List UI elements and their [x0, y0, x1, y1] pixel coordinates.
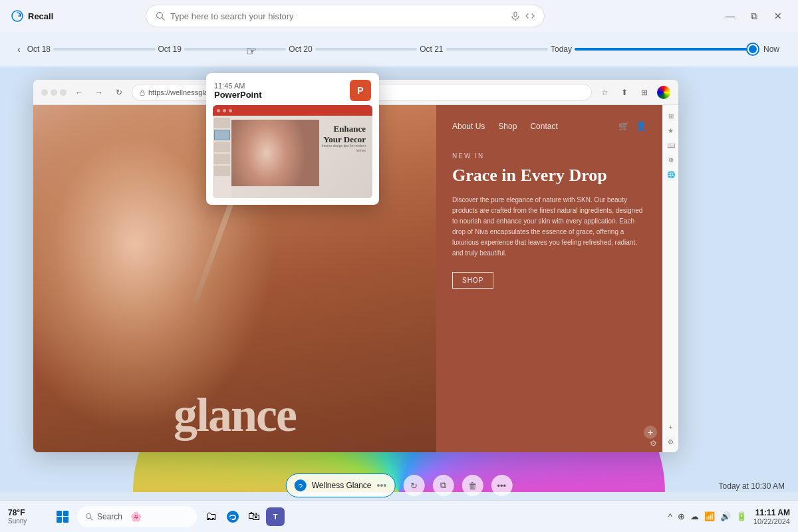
start-button[interactable]: [53, 507, 72, 526]
timeline-back-arrow[interactable]: ‹: [13, 41, 25, 57]
timeline-date-oct19[interactable]: Oct 19: [156, 45, 184, 54]
search-input[interactable]: [170, 11, 505, 21]
active-window-options-btn[interactable]: •••: [377, 480, 387, 491]
ppt-thumb-1: [214, 118, 230, 128]
site-shop-button[interactable]: SHOP: [452, 272, 493, 289]
browser-profile-btn[interactable]: [657, 86, 670, 99]
taskbar: 78°F Sunny Search 🌸 🗂 🛍 T: [0, 500, 798, 532]
tray-cloud-icon[interactable]: ☁: [690, 511, 699, 521]
ppt-icon-letter: P: [357, 85, 363, 96]
expand-button[interactable]: +: [644, 426, 657, 439]
sidebar-expand-icon[interactable]: +: [666, 422, 676, 432]
hero-glance-text: glance: [33, 391, 436, 439]
browser-traffic-lights: [41, 89, 66, 96]
search-icon: [156, 11, 165, 21]
browser-refresh-btn[interactable]: ↻: [112, 85, 126, 100]
browser-dot-3: [60, 89, 66, 96]
tray-vpn-icon[interactable]: ⊕: [678, 511, 685, 521]
site-nav-about[interactable]: About Us: [452, 122, 485, 131]
timeline-dates: Oct 18 Oct 19 Oct 20 Oct 21 Today: [25, 44, 758, 55]
ppt-bar-dot-1: [217, 109, 220, 112]
ppt-thumb-4: [214, 154, 230, 164]
sidebar-icon-4[interactable]: ⊕: [666, 154, 676, 165]
timeline-date-oct18[interactable]: Oct 18: [25, 45, 53, 54]
taskbar-app-store[interactable]: 🛍: [245, 507, 263, 526]
browser-dot-2: [51, 89, 57, 96]
win-sq-4: [63, 517, 68, 522]
browser-share-btn[interactable]: ⬆: [617, 85, 632, 100]
taskbar-weather: 78°F Sunny: [8, 508, 48, 525]
tray-sound-icon[interactable]: 🔊: [720, 511, 731, 521]
ppt-slide-subtext: Interior design tips for modern homes: [313, 144, 366, 153]
code-icon[interactable]: [525, 11, 535, 21]
main-area: ← → ↻ https://wellnessglance.com ☆ ⬆ ⊞: [0, 66, 798, 492]
taskbar-search-bar[interactable]: Search 🌸: [77, 506, 197, 527]
sidebar-icon-5[interactable]: 🌐: [666, 169, 676, 180]
timeline-track-3[interactable]: [315, 48, 417, 51]
svg-rect-5: [140, 92, 144, 95]
window-more-btn[interactable]: •••: [491, 475, 512, 496]
active-window-indicator[interactable]: Wellness Glance •••: [286, 473, 396, 497]
mic-icon[interactable]: [511, 11, 520, 21]
site-navigation: About Us Shop Contact 🛒 👤: [452, 121, 646, 131]
site-product-info: About Us Shop Contact 🛒 👤 NEW IN Grace i…: [436, 105, 662, 452]
browser-bookmark-btn[interactable]: ☆: [597, 85, 612, 100]
ppt-thumb-5: [214, 166, 230, 176]
taskbar-search-icon: [85, 513, 93, 521]
site-new-in-badge: NEW IN: [452, 152, 646, 160]
sidebar-icon-1[interactable]: ⊞: [666, 110, 676, 121]
tray-chevron-icon[interactable]: ^: [668, 511, 672, 521]
timeline-track-1[interactable]: [53, 48, 155, 51]
browser-forward-btn[interactable]: →: [92, 85, 106, 100]
ppt-app-bar: [213, 105, 372, 116]
browser-back-btn[interactable]: ←: [72, 85, 86, 100]
taskbar-right-area: ^ ⊕ ☁ 📶 🔊 🔋 11:11 AM 10/22/2024: [668, 508, 790, 525]
weather-temperature: 78°F: [8, 508, 48, 517]
timeline-date-oct20[interactable]: Oct 20: [286, 45, 315, 54]
user-icon[interactable]: 👤: [636, 121, 646, 131]
ppt-thumb-2-active[interactable]: [214, 130, 230, 140]
ppt-bar-dot-2: [223, 109, 226, 112]
taskbar-app-edge[interactable]: [223, 507, 242, 526]
close-button[interactable]: ✕: [769, 7, 787, 25]
window-refresh-btn[interactable]: ↻: [403, 475, 424, 496]
site-nav-contact[interactable]: Contact: [530, 122, 557, 131]
weather-description: Sunny: [8, 517, 48, 525]
timeline-today-label[interactable]: Today: [548, 45, 575, 54]
timeline-date-oct21[interactable]: Oct 21: [417, 45, 446, 54]
ppt-tooltip-header: 11:45 AM PowerPoint P: [206, 73, 379, 105]
sidebar-icon-3[interactable]: 📖: [666, 140, 676, 150]
tray-battery-icon[interactable]: 🔋: [736, 511, 747, 521]
taskbar-app-teams[interactable]: T: [266, 507, 285, 526]
timeline-track-filled[interactable]: [575, 48, 747, 51]
edge-icon: [226, 510, 239, 523]
site-nav-shop[interactable]: Shop: [498, 122, 517, 131]
win-sq-2: [63, 511, 68, 516]
edge-logo-icon: [297, 481, 305, 489]
browser-ext-btn[interactable]: ⊞: [637, 85, 652, 100]
timeline-now-label: Now: [758, 45, 785, 54]
timeline-now-dot[interactable]: [747, 44, 758, 55]
window-delete-btn[interactable]: 🗑: [462, 475, 483, 496]
window-copy-btn[interactable]: ⧉: [432, 475, 454, 496]
ppt-slide-image-area: [231, 120, 319, 186]
svg-line-8: [90, 518, 92, 520]
sidebar-icon-2[interactable]: ★: [666, 125, 676, 136]
search-bar[interactable]: [146, 5, 545, 27]
taskbar-app-files[interactable]: 🗂: [202, 507, 221, 526]
tray-wifi-icon[interactable]: 📶: [704, 511, 715, 521]
ppt-app-title: PowerPoint: [214, 90, 262, 100]
sidebar-gear-icon[interactable]: ⚙: [666, 436, 676, 447]
cart-icon[interactable]: 🛒: [618, 121, 629, 131]
settings-icon[interactable]: ⚙: [650, 439, 657, 448]
timeline-track-2[interactable]: [184, 48, 286, 51]
taskbar-datetime[interactable]: 11:11 AM 10/22/2024: [753, 508, 790, 525]
ppt-slide-headline-text: Enhance Your Decor: [323, 124, 366, 144]
site-nav-icons: 🛒 👤: [618, 121, 646, 131]
taskbar-apps-group: 🗂 🛍 T: [202, 507, 285, 526]
win-sq-1: [57, 511, 62, 516]
taskbar-system-tray: ^ ⊕ ☁ 📶 🔊 🔋: [668, 511, 747, 521]
timeline-track-4[interactable]: [446, 48, 548, 51]
restore-button[interactable]: ⧉: [745, 7, 763, 25]
minimize-button[interactable]: —: [721, 7, 739, 25]
